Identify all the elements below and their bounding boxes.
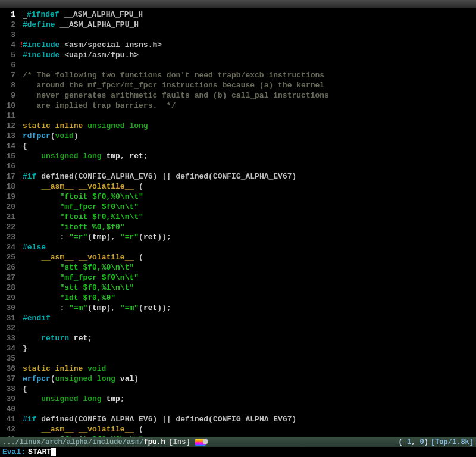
line-number: 27 — [0, 273, 15, 283]
line-number: 35 — [0, 353, 15, 364]
code-line[interactable]: #endif — [23, 313, 476, 323]
line-number: 7 — [0, 70, 15, 80]
line-number: 25 — [0, 252, 15, 262]
code-line[interactable]: #if defined(CONFIG_ALPHA_EV6) || defined… — [23, 414, 476, 424]
code-line[interactable]: __asm__ __volatile__ ( — [23, 181, 476, 192]
code-line[interactable]: static inline unsigned long — [23, 121, 476, 131]
code-line[interactable]: unsigned long tmp; — [23, 394, 476, 404]
editor-area[interactable]: 1234567891011121314151617181920212223242… — [0, 8, 476, 437]
line-number: 42 — [0, 424, 15, 434]
line-number: 18 — [0, 181, 15, 192]
code-line[interactable] — [23, 111, 476, 121]
line-number: 2 — [0, 20, 15, 30]
minibuffer-input[interactable]: START — [28, 447, 56, 456]
line-number: 9 — [0, 90, 15, 101]
line-number: 36 — [0, 364, 15, 374]
line-number: 15 — [0, 151, 15, 161]
code-line[interactable]: } — [23, 343, 476, 353]
line-number: 10 — [0, 101, 15, 111]
code-line[interactable]: "mf_fpcr $f0\n\t" — [23, 202, 476, 212]
line-number: 5 — [0, 50, 15, 60]
code-line[interactable]: "mf_fpcr $f0\n\t" — [23, 273, 476, 283]
line-number: 3 — [0, 30, 15, 40]
line-number: 21 — [0, 212, 15, 222]
code-line[interactable]: __asm__ __volatile__ ( — [23, 252, 476, 262]
minibuffer-prompt: Eval: — [2, 447, 26, 456]
minibuffer[interactable]: Eval: START — [0, 447, 476, 457]
minibuffer-cursor — [51, 448, 56, 456]
line-number: 38 — [0, 384, 15, 394]
code-line[interactable]: "ftoit $f0,%0\n\t" — [23, 192, 476, 202]
code-line[interactable]: static inline void — [23, 364, 476, 374]
code-line[interactable] — [23, 353, 476, 364]
code-line[interactable]: rdfpcr(void) — [23, 131, 476, 141]
code-line[interactable]: "ftoit $f0,%1\n\t" — [23, 212, 476, 222]
modeline-mode: [Ins] — [169, 438, 190, 446]
code-buffer[interactable]: #ifndef __ASM_ALPHA_FPU_H#define __ASM_A… — [23, 8, 476, 437]
code-line[interactable] — [23, 161, 476, 171]
modeline-path: .../linux/arch/alpha/include/asm/ — [2, 438, 144, 446]
line-number: 24 — [0, 242, 15, 252]
code-line[interactable]: __asm__ __volatile__ ( — [23, 424, 476, 434]
line-number: 16 — [0, 161, 15, 171]
code-line[interactable]: #define __ASM_ALPHA_FPU_H — [23, 20, 476, 30]
modeline-filename: fpu.h — [144, 438, 165, 446]
line-number: 33 — [0, 333, 15, 343]
line-number: 40 — [0, 404, 15, 414]
code-line[interactable]: are implied trap barriers. */ — [23, 101, 476, 111]
line-number: 29 — [0, 293, 15, 303]
line-number: 22 — [0, 222, 15, 232]
modeline: .../linux/arch/alpha/include/asm/fpu.h [… — [0, 437, 476, 447]
code-line[interactable]: /* The following two functions don't nee… — [23, 70, 476, 80]
code-line[interactable]: wrfpcr(unsigned long val) — [23, 374, 476, 384]
code-line[interactable]: "itoft %0,$f0" — [23, 222, 476, 232]
line-number: 12 — [0, 121, 15, 131]
code-line[interactable]: : "=m"(tmp), "=m"(ret)); — [23, 303, 476, 313]
code-line[interactable] — [23, 30, 476, 40]
modeline-position: ( 1, 0) — [399, 438, 428, 446]
code-line[interactable]: #include <uapi/asm/fpu.h> — [23, 50, 476, 60]
code-line[interactable]: around the mf_fpcr/mt_fpcr instructions … — [23, 80, 476, 90]
window-titlebar — [0, 0, 476, 8]
line-number: 23 — [0, 232, 15, 242]
code-line[interactable]: "stt $f0,%0\n\t" — [23, 262, 476, 273]
line-number: 14 — [0, 141, 15, 151]
line-number-gutter: 1234567891011121314151617181920212223242… — [0, 8, 19, 437]
line-number: 4 — [0, 40, 15, 50]
code-line[interactable]: #else — [23, 242, 476, 252]
line-number: 31 — [0, 313, 15, 323]
code-line[interactable]: unsigned long tmp, ret; — [23, 151, 476, 161]
code-line[interactable]: #include <asm/special_insns.h> — [23, 40, 476, 50]
line-number: 39 — [0, 394, 15, 404]
line-number: 37 — [0, 374, 15, 384]
code-line[interactable]: return ret; — [23, 333, 476, 343]
line-number: 26 — [0, 262, 15, 273]
code-line[interactable] — [23, 323, 476, 333]
line-number: 1 — [0, 10, 15, 20]
line-number: 19 — [0, 192, 15, 202]
line-number: 13 — [0, 131, 15, 141]
code-line[interactable]: "stt $f0,%1\n\t" — [23, 283, 476, 293]
code-line[interactable]: "ldt $f0,%0" — [23, 293, 476, 303]
line-number: 28 — [0, 283, 15, 293]
modeline-scroll: [Top/1.8k] — [431, 438, 474, 446]
line-number: 6 — [0, 60, 15, 70]
code-line[interactable] — [23, 404, 476, 414]
code-line[interactable]: { — [23, 141, 476, 151]
line-number: 20 — [0, 202, 15, 212]
line-number: 8 — [0, 80, 15, 90]
code-line[interactable]: { — [23, 384, 476, 394]
line-number: 17 — [0, 171, 15, 181]
nyan-cat-icon — [195, 439, 206, 446]
code-line[interactable]: : "=r"(tmp), "=r"(ret)); — [23, 232, 476, 242]
code-line[interactable]: #ifndef __ASM_ALPHA_FPU_H — [23, 10, 476, 20]
code-line[interactable] — [23, 60, 476, 70]
line-number: 34 — [0, 343, 15, 353]
line-number: 32 — [0, 323, 15, 333]
line-number: 41 — [0, 414, 15, 424]
line-number: 30 — [0, 303, 15, 313]
line-number: 11 — [0, 111, 15, 121]
code-line[interactable]: #if defined(CONFIG_ALPHA_EV6) || defined… — [23, 171, 476, 181]
code-line[interactable]: never generates arithmetic faults and (b… — [23, 90, 476, 101]
